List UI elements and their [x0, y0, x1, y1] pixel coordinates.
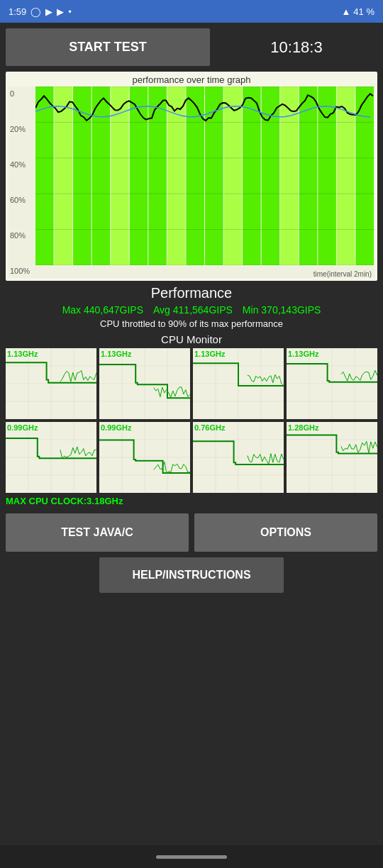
graph-container: 100% 80% 60% 40% 20% 0 time(interval 2mi… — [9, 87, 374, 278]
cpu-core-2: 1.13GHz — [193, 348, 284, 419]
test-java-c-button[interactable]: TEST JAVA/C — [6, 513, 189, 552]
status-bar: 1:59 ◯ ▶ ▶ • ▲ 41 % — [0, 0, 383, 23]
cpu-canvas-1 — [99, 348, 190, 419]
perf-throttle: CPU throttled to 90% of its max performa… — [6, 318, 377, 329]
cpu-core-1: 1.13GHz — [99, 348, 190, 419]
cpu-canvas-6 — [193, 422, 284, 493]
status-right: ▲ 41 % — [341, 6, 374, 17]
cpu-core-5: 0.99GHz — [99, 422, 190, 493]
max-cpu-label: MAX CPU CLOCK:3.18GHz — [6, 496, 377, 506]
cpu-monitor-section: CPU Monitor 1.13GHz 1.13GHz 1.13GHz 1.13… — [6, 333, 377, 506]
cpu-grid: 1.13GHz 1.13GHz 1.13GHz 1.13GHz 0.99GHz — [6, 348, 377, 493]
cpu-core-4-label: 0.99GHz — [7, 423, 38, 432]
cpu-core-1-label: 1.13GHz — [101, 350, 131, 358]
cpu-core-6-label: 0.76GHz — [194, 423, 225, 432]
cpu-core-3: 1.13GHz — [287, 348, 377, 419]
graph-area — [35, 87, 374, 265]
cpu-core-2-label: 1.13GHz — [194, 350, 225, 358]
cpu-core-7-label: 1.28GHz — [288, 423, 318, 432]
cpu-core-4: 0.99GHz — [6, 422, 96, 493]
nav-pill — [156, 855, 227, 859]
timer-display: 10:18:3 — [216, 38, 377, 57]
cpu-core-5-label: 0.99GHz — [101, 423, 131, 432]
dot-icon: • — [68, 6, 72, 17]
status-time: 1:59 — [9, 6, 26, 17]
graph-y-labels: 100% 80% 60% 40% 20% 0 — [9, 87, 35, 278]
nav-bar — [0, 845, 383, 868]
perf-numbers: Max 440,647GIPS Avg 411,564GIPS Min 370,… — [6, 304, 377, 316]
cpu-canvas-7 — [287, 422, 377, 493]
cpu-canvas-5 — [99, 422, 190, 493]
cpu-monitor-title: CPU Monitor — [6, 333, 377, 345]
whatsapp-icon: ◯ — [30, 6, 41, 17]
perf-min: Min 370,143GIPS — [243, 304, 321, 316]
cpu-core-0-label: 1.13GHz — [7, 350, 38, 358]
cpu-canvas-3 — [287, 348, 377, 419]
battery-text: 41 % — [353, 6, 374, 17]
performance-canvas — [35, 87, 374, 265]
cpu-canvas-0 — [6, 348, 96, 419]
cpu-core-3-label: 1.13GHz — [288, 350, 318, 358]
signal-icon: ▲ — [341, 6, 350, 17]
perf-title: Performance — [6, 285, 377, 301]
performance-graph-section: performance over time graph 100% 80% 60%… — [6, 72, 377, 281]
help-instructions-button[interactable]: HELP/INSTRUCTIONS — [99, 557, 284, 593]
media-icon: ▶ — [57, 6, 64, 17]
cpu-core-7: 1.28GHz — [287, 422, 377, 493]
graph-title: performance over time graph — [9, 74, 374, 85]
cpu-canvas-4 — [6, 422, 96, 493]
top-row: START TEST 10:18:3 — [6, 28, 377, 66]
graph-x-label: time(interval 2min) — [313, 270, 372, 278]
youtube-icon: ▶ — [45, 6, 52, 17]
perf-max: Max 440,647GIPS — [62, 304, 143, 316]
status-left: 1:59 ◯ ▶ ▶ • — [9, 6, 72, 17]
start-test-button[interactable]: START TEST — [6, 28, 210, 66]
cpu-core-0: 1.13GHz — [6, 348, 96, 419]
bottom-buttons: TEST JAVA/C OPTIONS — [6, 513, 377, 552]
cpu-canvas-2 — [193, 348, 284, 419]
options-button[interactable]: OPTIONS — [194, 513, 377, 552]
perf-avg: Avg 411,564GIPS — [153, 304, 233, 316]
performance-stats: Performance Max 440,647GIPS Avg 411,564G… — [6, 285, 377, 329]
cpu-core-6: 0.76GHz — [193, 422, 284, 493]
main-content: START TEST 10:18:3 performance over time… — [0, 23, 383, 627]
